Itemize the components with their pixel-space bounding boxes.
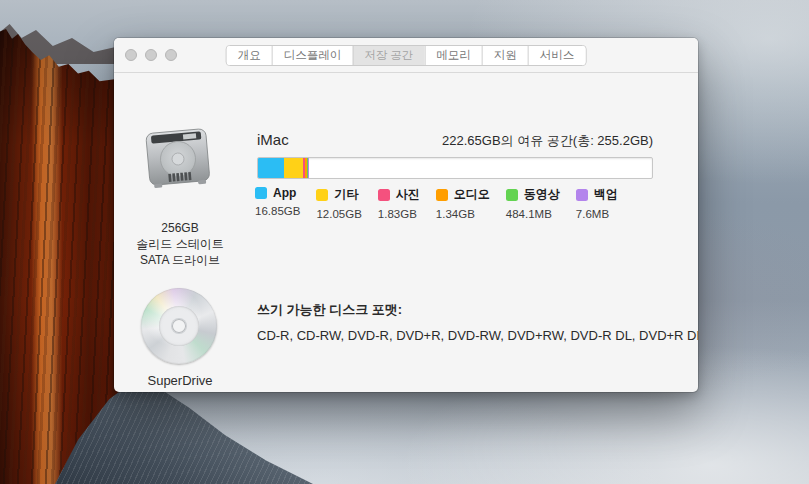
legend-color-chip	[436, 189, 448, 201]
window-toolbar[interactable]: 개요디스플레이저장 공간메모리지원서비스	[114, 38, 698, 73]
legend-value: 16.85GB	[255, 205, 300, 217]
tab-displays[interactable]: 디스플레이	[272, 46, 353, 65]
legend-color-chip	[576, 189, 588, 201]
storage-legend: App16.85GB기타12.05GB사진1.83GB오디오1.34GB동영상4…	[255, 186, 634, 220]
traffic-lights	[125, 49, 177, 61]
legend-label: 사진	[396, 186, 420, 203]
writable-formats-list: CD-R, CD-RW, DVD-R, DVD+R, DVD-RW, DVD+R…	[257, 328, 677, 343]
storage-tabs: 개요디스플레이저장 공간메모리지원서비스	[226, 45, 587, 66]
tab-support[interactable]: 지원	[482, 46, 528, 65]
legend-color-chip	[506, 189, 518, 201]
tab-overview[interactable]: 개요	[227, 46, 272, 65]
superdrive-disc-icon	[141, 288, 217, 364]
tab-storage[interactable]: 저장 공간	[352, 46, 424, 65]
legend-color-chip	[378, 189, 390, 201]
legend-item-photos: 사진1.83GB	[378, 186, 420, 220]
disc-hole	[172, 319, 186, 333]
bar-segment-other	[284, 158, 303, 178]
bar-segment-app	[258, 158, 284, 178]
device-name: iMac	[257, 131, 289, 148]
minimize-button[interactable]	[145, 49, 157, 61]
legend-label: 기타	[334, 186, 358, 203]
legend-item-backups: 백업7.6MB	[576, 186, 618, 220]
legend-value: 12.05GB	[316, 208, 361, 220]
legend-color-chip	[316, 189, 328, 201]
legend-value: 1.83GB	[378, 208, 420, 220]
drive-label-line: SATA 드라이브	[122, 252, 238, 268]
legend-color-chip	[255, 187, 267, 199]
internal-drive-label: 256GB솔리드 스테이트SATA 드라이브	[122, 220, 238, 268]
superdrive-label: SuperDrive	[122, 373, 238, 388]
legend-label: 오디오	[454, 186, 490, 203]
legend-item-movies: 동영상484.1MB	[506, 186, 560, 220]
zoom-button[interactable]	[165, 49, 177, 61]
drive-label-line: 256GB	[122, 220, 238, 236]
about-mac-window: 개요디스플레이저장 공간메모리지원서비스	[114, 38, 698, 392]
close-button[interactable]	[125, 49, 137, 61]
legend-value: 7.6MB	[576, 208, 618, 220]
legend-item-audio: 오디오1.34GB	[436, 186, 490, 220]
free-space-text: 222.65GB의 여유 공간(총: 255.2GB)	[442, 132, 653, 150]
bar-segment-backups	[308, 158, 309, 178]
tab-memory[interactable]: 메모리	[424, 46, 482, 65]
legend-label: 백업	[594, 186, 618, 203]
legend-value: 484.1MB	[506, 208, 560, 220]
legend-value: 1.34GB	[436, 208, 490, 220]
legend-item-app: App16.85GB	[255, 186, 300, 220]
hard-drive-icon	[140, 126, 216, 192]
legend-label: App	[273, 186, 296, 200]
tab-service[interactable]: 서비스	[528, 46, 586, 65]
storage-header: iMac 222.65GB의 여유 공간(총: 255.2GB)	[257, 131, 653, 150]
legend-item-other: 기타12.05GB	[316, 186, 361, 220]
drive-label-line: 솔리드 스테이트	[122, 236, 238, 252]
storage-usage-bar	[257, 157, 653, 179]
storage-pane: 256GB솔리드 스테이트SATA 드라이브 SuperDrive iMac 2…	[114, 73, 698, 391]
writable-formats-title: 쓰기 가능한 디스크 포맷:	[257, 301, 402, 319]
legend-label: 동영상	[524, 186, 560, 203]
